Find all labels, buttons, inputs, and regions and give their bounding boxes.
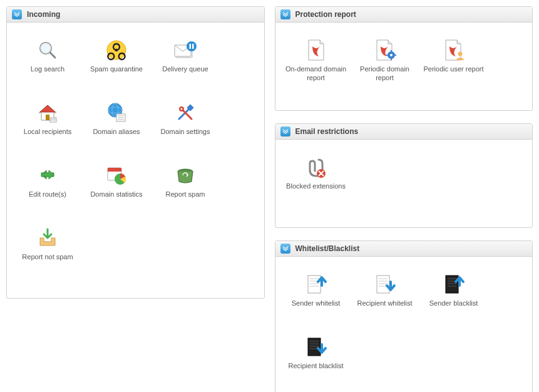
item-blocked-extensions[interactable]: Blocked extensions xyxy=(282,152,351,215)
panel-incoming: Incoming Log search xyxy=(6,6,265,299)
item-label: Log search xyxy=(31,65,64,74)
svg-point-33 xyxy=(390,54,393,56)
panel-header-protection[interactable]: Protection report xyxy=(275,7,533,23)
blacklist-up-icon xyxy=(443,273,465,296)
panel-header-whitelist[interactable]: Whitelist/Blacklist xyxy=(275,241,533,257)
svg-line-2 xyxy=(50,53,55,58)
item-report-spam[interactable]: Report spam xyxy=(151,160,220,223)
svg-rect-9 xyxy=(192,44,194,49)
calendar-pie-icon xyxy=(105,164,128,187)
item-domain-aliases[interactable]: Domain aliases xyxy=(82,98,151,160)
collapse-icon xyxy=(280,9,290,19)
item-label: Recipient blacklist xyxy=(288,362,343,371)
house-icon xyxy=(36,101,59,124)
whitelist-down-icon xyxy=(374,273,396,296)
blacklist-down-icon xyxy=(305,336,327,358)
svg-rect-47 xyxy=(377,276,389,293)
svg-rect-29 xyxy=(108,168,121,172)
panel-title: Whitelist/Blacklist xyxy=(295,244,360,253)
pdf-gear-icon xyxy=(374,39,396,61)
panel-title: Protection report xyxy=(295,10,356,19)
collapse-icon xyxy=(280,244,290,254)
panel-protection-report: Protection report On-demand domain repor… xyxy=(275,6,533,111)
panel-whitelist-blacklist: Whitelist/Blacklist Sender whitelist xyxy=(275,240,533,392)
item-label: Local recipients xyxy=(24,128,71,137)
tools-icon xyxy=(174,101,197,124)
svg-rect-52 xyxy=(446,276,458,293)
item-on-demand-domain-report[interactable]: On-demand domain report xyxy=(282,35,351,98)
panel-header-restrictions[interactable]: Email restrictions xyxy=(275,124,533,140)
item-spam-quarantine[interactable]: Spam quarantine xyxy=(82,35,151,98)
svg-point-7 xyxy=(187,41,197,51)
panel-email-restrictions: Email restrictions Blocked ext xyxy=(275,123,533,228)
item-sender-whitelist[interactable]: Sender whitelist xyxy=(282,269,351,332)
biohazard-icon xyxy=(105,39,128,61)
inbox-download-icon xyxy=(36,227,59,249)
item-label: Recipient whitelist xyxy=(357,299,412,308)
item-domain-settings[interactable]: Domain settings xyxy=(151,98,220,160)
item-report-not-spam[interactable]: Report not spam xyxy=(13,223,82,286)
item-periodic-user-report[interactable]: Periodic user report xyxy=(419,35,488,98)
item-label: Domain aliases xyxy=(93,128,140,137)
svg-point-38 xyxy=(458,52,462,56)
svg-marker-11 xyxy=(40,105,55,112)
globe-document-icon xyxy=(105,101,128,124)
trash-recycle-icon xyxy=(174,164,197,187)
item-recipient-blacklist[interactable]: Recipient blacklist xyxy=(282,332,351,392)
pdf-user-icon xyxy=(443,39,465,61)
item-label: Sender whitelist xyxy=(292,299,341,308)
item-label: Periodic domain report xyxy=(354,65,416,83)
item-domain-statistics[interactable]: Domain statistics xyxy=(82,160,151,223)
item-log-search[interactable]: Log search xyxy=(13,35,82,98)
item-label: Edit route(s) xyxy=(29,190,66,199)
item-label: Domain settings xyxy=(161,128,210,137)
item-edit-routes[interactable]: Edit route(s) xyxy=(13,160,82,223)
collapse-icon xyxy=(280,126,290,137)
item-delivery-queue[interactable]: Delivery queue xyxy=(151,35,220,98)
item-sender-blacklist[interactable]: Sender blacklist xyxy=(419,269,488,332)
item-label: Delivery queue xyxy=(162,65,208,74)
envelope-pause-icon xyxy=(174,39,197,61)
svg-rect-12 xyxy=(46,115,49,120)
panel-title: Incoming xyxy=(27,10,60,19)
collapse-icon xyxy=(12,9,22,19)
svg-rect-42 xyxy=(308,276,321,293)
panel-header-incoming[interactable]: Incoming xyxy=(7,7,264,23)
item-recipient-whitelist[interactable]: Recipient whitelist xyxy=(351,269,419,332)
item-label: Spam quarantine xyxy=(90,65,143,74)
item-label: Report not spam xyxy=(22,253,73,262)
item-periodic-domain-report[interactable]: Periodic domain report xyxy=(351,35,419,98)
attachment-blocked-icon xyxy=(305,156,327,178)
item-label: On-demand domain report xyxy=(285,65,347,83)
item-label: Blocked extensions xyxy=(286,182,346,191)
item-local-recipients[interactable]: Local recipients xyxy=(13,98,82,160)
svg-rect-57 xyxy=(308,338,321,356)
item-label: Periodic user report xyxy=(424,65,484,74)
item-label: Report spam xyxy=(166,190,205,199)
svg-point-27 xyxy=(181,108,183,110)
arrows-icon xyxy=(36,164,59,187)
panel-title: Email restrictions xyxy=(295,127,359,136)
pdf-icon xyxy=(305,39,327,61)
whitelist-up-icon xyxy=(305,273,327,296)
item-label: Domain statistics xyxy=(90,190,142,199)
item-label: Sender blacklist xyxy=(429,299,478,308)
svg-rect-8 xyxy=(190,44,192,49)
search-icon xyxy=(36,39,59,61)
